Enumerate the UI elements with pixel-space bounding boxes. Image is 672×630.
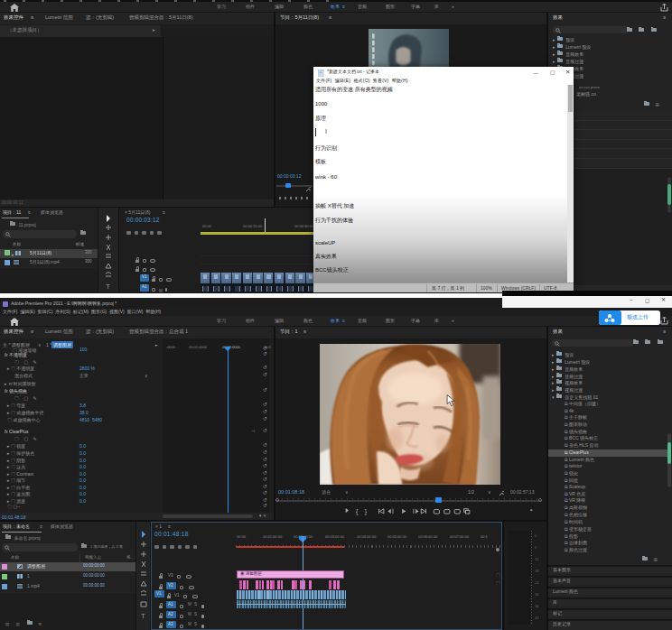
svg-text:T: T: [141, 612, 145, 620]
svg-text:T: T: [106, 283, 110, 291]
svg-text:}: }: [365, 508, 368, 515]
svg-text:{: {: [356, 508, 359, 515]
